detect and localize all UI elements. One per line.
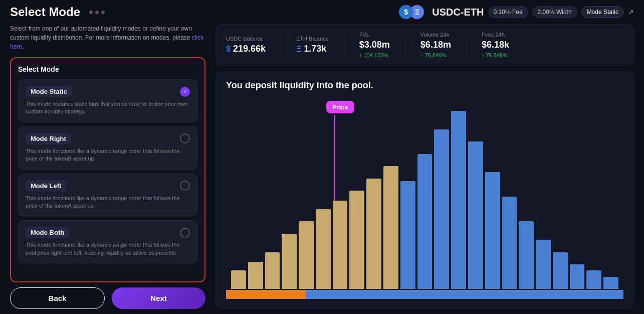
chart-bar-20 — [570, 264, 585, 289]
volume-value: $6.18m — [420, 40, 451, 50]
stats-bar: USDC Balance $ 219.66k ETH Balance Ξ 1.7… — [216, 24, 634, 66]
chart-canvas: Price — [226, 96, 623, 299]
bars-container — [226, 111, 623, 289]
buttons-row: Back Next — [10, 282, 205, 309]
mode-card-mode-both[interactable]: Mode BothThis mode functions like a dyna… — [18, 220, 197, 263]
pair-icons: $ Ξ — [399, 5, 424, 19]
mode-desc-0: This mode features static bins that you … — [26, 100, 190, 116]
ticker-line — [226, 290, 623, 299]
eth-balance-stat: ETH Balance Ξ 1.73k — [296, 36, 329, 54]
usdc-icon: $ — [399, 5, 413, 19]
chart-bar-0 — [231, 270, 246, 289]
left-subtitle: Select from one of our automated liquidi… — [10, 24, 205, 51]
chart-bar-19 — [553, 252, 568, 289]
pair-name: USDC-ETH — [432, 7, 484, 18]
mode-name-1: Mode Right — [26, 133, 71, 144]
chart-bar-2 — [265, 252, 280, 289]
tvl-change: ↑ 104.133% — [359, 52, 390, 58]
chart-bar-6 — [333, 201, 348, 289]
chart-bar-11 — [417, 154, 433, 289]
width-tag[interactable]: 2.00% Width — [532, 6, 577, 18]
mode-desc-1: This mode functions like a dynamic range… — [26, 147, 190, 163]
stat-divider-2 — [344, 35, 344, 55]
mode-desc-3: This mode functions like a dynamic range… — [26, 241, 190, 257]
mode-cards-container: Mode StaticThis mode features static bin… — [18, 79, 197, 263]
chart-bar-21 — [586, 270, 601, 289]
ticker-orange — [226, 290, 306, 299]
select-mode-box: Select Mode Mode StaticThis mode feature… — [10, 57, 205, 282]
mode-tag[interactable]: Mode Static — [581, 6, 624, 18]
usdc-balance-value: $ 219.66k — [226, 44, 266, 54]
chart-bar-13 — [451, 111, 466, 289]
tvl-stat: TVL $3.08m ↑ 104.133% — [359, 32, 390, 58]
mode-card-mode-left[interactable]: Mode LeftThis mode functions like a dyna… — [18, 174, 197, 217]
chart-bar-10 — [400, 181, 415, 289]
eth-balance-value: Ξ 1.73k — [296, 44, 329, 54]
stat-divider-4 — [466, 35, 467, 55]
mode-radio-1[interactable] — [180, 133, 190, 143]
mode-name-2: Mode Left — [26, 180, 66, 192]
tvl-value: $3.08m — [359, 40, 390, 50]
chart-bar-9 — [383, 166, 398, 289]
chart-bar-8 — [366, 179, 381, 289]
fees-label: Fees 24h — [482, 32, 509, 38]
volume-change: ↑ 76.846% — [420, 52, 451, 58]
right-panel: USDC Balance $ 219.66k ETH Balance Ξ 1.7… — [216, 24, 634, 309]
chart-bar-7 — [349, 191, 364, 289]
dots-menu[interactable] — [89, 11, 105, 14]
tvl-label: TVL — [359, 32, 390, 38]
chart-bar-14 — [468, 141, 483, 289]
usdc-balance-label: USDC Balance — [226, 36, 266, 42]
volume-stat: Volume 24h $6.18m ↑ 76.846% — [420, 32, 451, 58]
fees-stat: Fees 24h $6.18k ↑ 76.846% — [482, 32, 509, 58]
page-title: Select Mode — [10, 5, 80, 19]
stat-divider-1 — [281, 35, 281, 55]
external-link-icon[interactable]: ↗ — [628, 8, 634, 16]
chart-bar-12 — [434, 129, 449, 289]
top-header: Select Mode $ Ξ USDC-ETH 0.10% Fee 2.00%… — [0, 0, 644, 24]
chart-bar-15 — [485, 172, 500, 289]
left-panel: Select from one of our automated liquidi… — [10, 24, 216, 309]
chart-bar-16 — [502, 197, 517, 289]
fees-change: ↑ 76.846% — [482, 52, 509, 58]
volume-label: Volume 24h — [420, 32, 451, 38]
main-layout: Select from one of our automated liquidi… — [0, 24, 644, 314]
stat-divider-3 — [405, 35, 405, 55]
chart-area: You deposit liquidity into the pool. Pri… — [216, 72, 634, 309]
fees-value: $6.18k — [482, 40, 509, 50]
fee-tag[interactable]: 0.10% Fee — [488, 6, 528, 18]
mode-desc-2: This mode functions like a dynamic range… — [26, 195, 190, 210]
usdc-balance-stat: USDC Balance $ 219.66k — [226, 36, 266, 54]
chart-bar-5 — [316, 209, 331, 289]
mode-name-0: Mode Static — [26, 86, 72, 97]
chart-bar-1 — [248, 262, 263, 289]
mode-name-3: Mode Both — [26, 227, 69, 238]
chart-bar-4 — [299, 221, 314, 289]
chart-bar-17 — [519, 221, 534, 289]
mode-card-mode-static[interactable]: Mode StaticThis mode features static bin… — [18, 79, 197, 122]
mode-radio-0[interactable] — [180, 87, 190, 97]
mode-card-mode-right[interactable]: Mode RightThis mode functions like a dyn… — [18, 126, 197, 170]
mode-radio-3[interactable] — [180, 228, 190, 238]
chart-bar-22 — [603, 277, 618, 289]
back-button[interactable]: Back — [10, 287, 105, 309]
chart-title: You deposit liquidity into the pool. — [226, 80, 623, 91]
ticker-blue — [306, 290, 623, 299]
chart-bar-3 — [282, 234, 297, 289]
select-mode-section-title: Select Mode — [18, 65, 197, 73]
next-button[interactable]: Next — [112, 287, 205, 309]
chart-bar-18 — [536, 240, 551, 289]
eth-balance-label: ETH Balance — [296, 36, 329, 42]
mode-radio-2[interactable] — [180, 181, 190, 191]
